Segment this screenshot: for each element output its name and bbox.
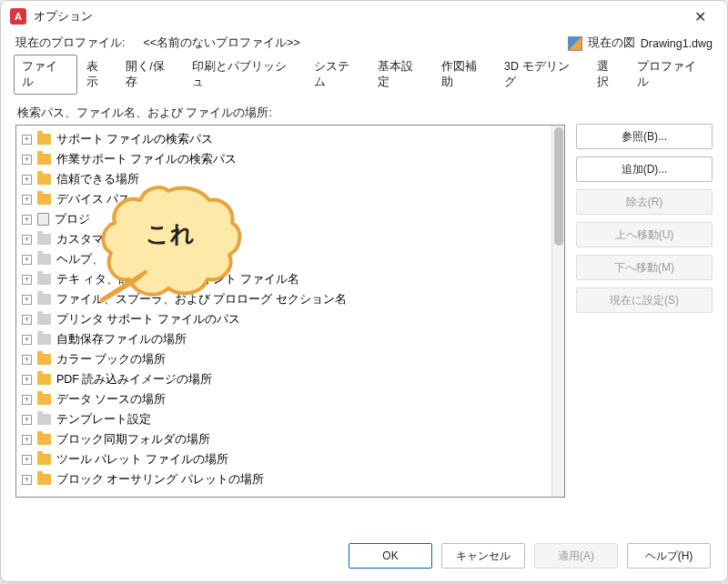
tree-item[interactable]: +作業サポート ファイルの検索パス <box>18 149 550 169</box>
folder-icon <box>37 334 51 345</box>
tree-item-label: テキ ィタ、辞書、およびフォント ファイル名 <box>56 272 299 287</box>
tree-item[interactable]: +カラー ブックの場所 <box>18 349 550 369</box>
tab-plot[interactable]: 印刷とパブリッシュ <box>185 55 305 94</box>
folder-icon <box>37 434 51 445</box>
tree-item[interactable]: +ブロック オーサリング パレットの場所 <box>18 469 550 489</box>
app-icon: A <box>10 8 26 25</box>
tree-item-label: ブロック同期フォルダの場所 <box>56 432 210 448</box>
expand-icon[interactable]: + <box>22 435 32 445</box>
tree-item-label: サポート ファイルの検索パス <box>56 132 213 147</box>
tree-item[interactable]: +プリンタ サポート ファイルのパス <box>18 309 550 329</box>
expand-icon[interactable]: + <box>22 455 32 465</box>
folder-icon <box>37 254 51 265</box>
tree-item[interactable]: +信頼できる場所 <box>18 169 550 189</box>
expand-icon[interactable]: + <box>22 195 32 205</box>
folder-icon <box>37 294 51 305</box>
expand-icon[interactable]: + <box>22 155 32 165</box>
expand-icon[interactable]: + <box>22 255 32 265</box>
tree-item[interactable]: +カスタマ <box>18 229 550 249</box>
expand-icon[interactable]: + <box>22 175 32 185</box>
tree-item[interactable]: +ヘルプ、 <box>18 249 550 269</box>
tree-item[interactable]: +テンプレート設定 <box>18 409 550 429</box>
tree-item-label: 自動保存ファイルの場所 <box>56 332 187 347</box>
tab-drafting[interactable]: 作図補助 <box>434 55 496 94</box>
folder-icon <box>37 134 51 145</box>
scrollbar[interactable] <box>551 126 564 497</box>
folder-icon <box>37 194 51 205</box>
expand-icon[interactable]: + <box>22 395 32 405</box>
ok-button[interactable]: OK <box>349 543 432 569</box>
tree-container: +サポート ファイルの検索パス+作業サポート ファイルの検索パス+信頼できる場所… <box>15 125 565 498</box>
dialog-footer: OK キャンセル 適用(A) ヘルプ(H) <box>1 539 727 581</box>
tree-item[interactable]: +サポート ファイルの検索パス <box>18 129 550 149</box>
tree-item-label: データ ソースの場所 <box>56 392 166 408</box>
options-dialog: A オプション ✕ 現在のプロファイル: <<名前のないプロファイル>> 現在の… <box>0 0 728 582</box>
document-icon <box>37 213 49 226</box>
add-button[interactable]: 追加(D)... <box>576 156 713 182</box>
browse-button[interactable]: 参照(B)... <box>576 124 713 149</box>
tree-item-label: ツール パレット ファイルの場所 <box>56 452 228 468</box>
tab-file[interactable]: ファイル <box>14 55 77 95</box>
window-title: オプション <box>34 8 93 25</box>
remove-button[interactable]: 除去(R) <box>576 189 713 215</box>
expand-icon[interactable]: + <box>22 375 32 385</box>
tab-profiles[interactable]: プロファイル <box>630 55 714 94</box>
tab-opensave[interactable]: 開く/保存 <box>118 55 183 94</box>
tree-item-label: PDF 読み込みイメージの場所 <box>56 372 212 388</box>
tree-item[interactable]: +データ ソースの場所 <box>18 389 550 409</box>
tree-item[interactable]: +テキ ィタ、辞書、およびフォント ファイル名 <box>18 269 550 289</box>
expand-icon[interactable]: + <box>22 235 32 245</box>
expand-icon[interactable]: + <box>22 335 32 345</box>
tree-item[interactable]: +ブロック同期フォルダの場所 <box>18 429 550 449</box>
movedown-button[interactable]: 下へ移動(M) <box>576 255 713 280</box>
scrollbar-thumb[interactable] <box>554 127 563 246</box>
tree-item-label: ヘルプ、 <box>56 252 104 267</box>
expand-icon[interactable]: + <box>22 415 32 425</box>
expand-icon[interactable]: + <box>22 215 32 225</box>
tab-display[interactable]: 表示 <box>79 55 117 94</box>
tree-item-label: カスタマ <box>56 232 104 247</box>
tab-selection[interactable]: 選択 <box>590 55 628 94</box>
tree[interactable]: +サポート ファイルの検索パス+作業サポート ファイルの検索パス+信頼できる場所… <box>16 126 551 497</box>
tree-item[interactable]: +デバイス パス <box>18 189 550 209</box>
tabs: ファイル 表示 開く/保存 印刷とパブリッシュ システム 基本設定 作図補助 3… <box>1 55 727 95</box>
tree-item-label: ファイル、スプーラ、および プロローグ セクション名 <box>56 292 347 307</box>
expand-icon[interactable]: + <box>22 315 32 325</box>
folder-icon <box>37 274 51 285</box>
moveup-button[interactable]: 上へ移動(U) <box>576 222 713 247</box>
apply-button[interactable]: 適用(A) <box>534 543 618 569</box>
tab-userpref[interactable]: 基本設定 <box>370 55 432 94</box>
expand-icon[interactable]: + <box>22 275 32 285</box>
tab-3dmodeling[interactable]: 3D モデリング <box>497 55 588 94</box>
tree-item-label: プリンタ サポート ファイルのパス <box>56 312 240 327</box>
cancel-button[interactable]: キャンセル <box>441 543 525 569</box>
profile-label: 現在のプロファイル: <box>15 35 125 51</box>
folder-icon <box>37 454 51 465</box>
expand-icon[interactable]: + <box>22 355 32 365</box>
folder-icon <box>37 314 51 325</box>
section-label: 検索パス、ファイル名、および ファイルの場所: <box>17 106 565 121</box>
help-button[interactable]: ヘルプ(H) <box>627 543 711 569</box>
folder-icon <box>37 414 51 425</box>
folder-icon <box>37 474 51 485</box>
close-icon[interactable]: ✕ <box>682 4 718 29</box>
expand-icon[interactable]: + <box>22 135 32 145</box>
tree-item-label: テンプレート設定 <box>56 412 151 428</box>
tree-item[interactable]: +自動保存ファイルの場所 <box>18 329 550 349</box>
tree-item[interactable]: + ファイル、スプーラ、および プロローグ セクション名 <box>18 289 550 309</box>
expand-icon[interactable]: + <box>22 295 32 305</box>
drawing-file: Drawing1.dwg <box>641 37 713 50</box>
tree-item[interactable]: +ツール パレット ファイルの場所 <box>18 449 550 469</box>
setcurrent-button[interactable]: 現在に設定(S) <box>576 287 713 313</box>
tree-item-label: 作業サポート ファイルの検索パス <box>56 152 237 167</box>
titlebar: A オプション ✕ <box>1 1 727 32</box>
tree-item-label: デバイス パス <box>56 192 130 207</box>
folder-icon <box>37 374 51 385</box>
tree-item-label: プロジ <box>55 212 90 227</box>
tree-item[interactable]: +プロジ <box>18 209 550 229</box>
expand-icon[interactable]: + <box>22 475 32 485</box>
tab-system[interactable]: システム <box>307 55 369 94</box>
tree-item[interactable]: +PDF 読み込みイメージの場所 <box>18 369 550 389</box>
folder-icon <box>37 154 51 165</box>
folder-icon <box>37 354 51 365</box>
